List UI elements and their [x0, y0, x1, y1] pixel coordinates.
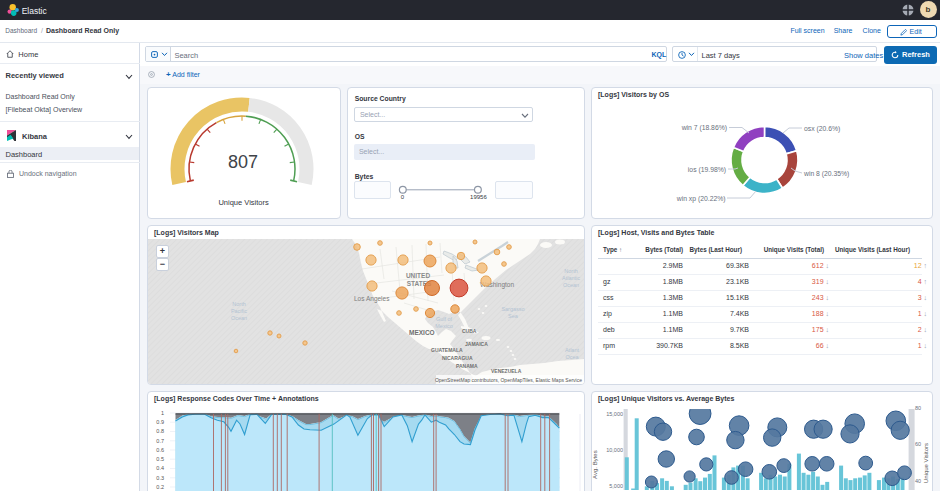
svg-text:0.8: 0.8: [156, 428, 164, 434]
svg-text:win 8 (20.35%): win 8 (20.35%): [803, 170, 849, 178]
svg-text:North: North: [564, 268, 577, 274]
svg-text:Gulf of: Gulf of: [436, 316, 453, 322]
svg-text:0.2: 0.2: [156, 484, 164, 490]
svg-text:ios (19.98%): ios (19.98%): [688, 166, 726, 174]
svg-text:0: 0: [401, 194, 405, 200]
svg-text:807: 807: [228, 152, 258, 172]
svg-text:15,000: 15,000: [606, 411, 623, 417]
svg-text:0.3: 0.3: [156, 475, 164, 481]
svg-text:Sea: Sea: [508, 313, 519, 319]
svg-text:CUBA: CUBA: [462, 328, 477, 334]
svg-text:1: 1: [161, 410, 164, 416]
svg-text:19956: 19956: [470, 194, 487, 200]
svg-text:Sargasso: Sargasso: [501, 306, 524, 312]
svg-text:VENEZUELA: VENEZUELA: [491, 368, 522, 374]
svg-text:Los Angeles: Los Angeles: [354, 295, 390, 303]
svg-text:Unique Visitors: Unique Visitors: [923, 443, 929, 483]
svg-text:PANAMA: PANAMA: [456, 363, 478, 369]
svg-text:Atlantic: Atlantic: [562, 275, 580, 281]
svg-text:Ocean: Ocean: [231, 315, 247, 321]
svg-text:OpenStreetMap contributors, Op: OpenStreetMap contributors, OpenMapTiles…: [435, 377, 582, 383]
svg-text:JAMAICA: JAMAICA: [465, 341, 488, 347]
svg-text:osx (20.6%): osx (20.6%): [804, 125, 840, 133]
svg-text:GUATEMALA: GUATEMALA: [431, 347, 463, 353]
svg-text:win xp (20.22%): win xp (20.22%): [676, 195, 726, 203]
svg-text:0.5: 0.5: [156, 456, 164, 462]
svg-text:10,000: 10,000: [606, 447, 623, 453]
svg-text:0.9: 0.9: [156, 419, 164, 425]
svg-text:60: 60: [915, 441, 921, 447]
svg-text:5,000: 5,000: [609, 483, 623, 489]
svg-text:Ocea: Ocea: [565, 354, 579, 360]
svg-text:Pacific: Pacific: [231, 308, 247, 314]
svg-text:80: 80: [915, 405, 921, 411]
svg-text:0.6: 0.6: [156, 447, 164, 453]
svg-text:NICARAGUA: NICARAGUA: [442, 355, 473, 361]
svg-text:40: 40: [915, 478, 921, 484]
svg-text:UNITED: UNITED: [406, 272, 431, 279]
svg-text:0.4: 0.4: [156, 465, 164, 471]
svg-text:0.7: 0.7: [156, 438, 164, 444]
svg-text:Mexico: Mexico: [435, 323, 452, 329]
svg-text:Atlant: Atlant: [565, 347, 580, 353]
svg-text:Unique Visitors: Unique Visitors: [218, 198, 269, 207]
svg-text:Ocean: Ocean: [563, 282, 579, 288]
svg-text:Avg. Bytes: Avg. Bytes: [592, 450, 598, 479]
svg-text:win 7 (18.86%): win 7 (18.86%): [681, 124, 727, 132]
svg-text:MEXICO: MEXICO: [409, 329, 435, 336]
svg-text:North: North: [232, 301, 245, 307]
